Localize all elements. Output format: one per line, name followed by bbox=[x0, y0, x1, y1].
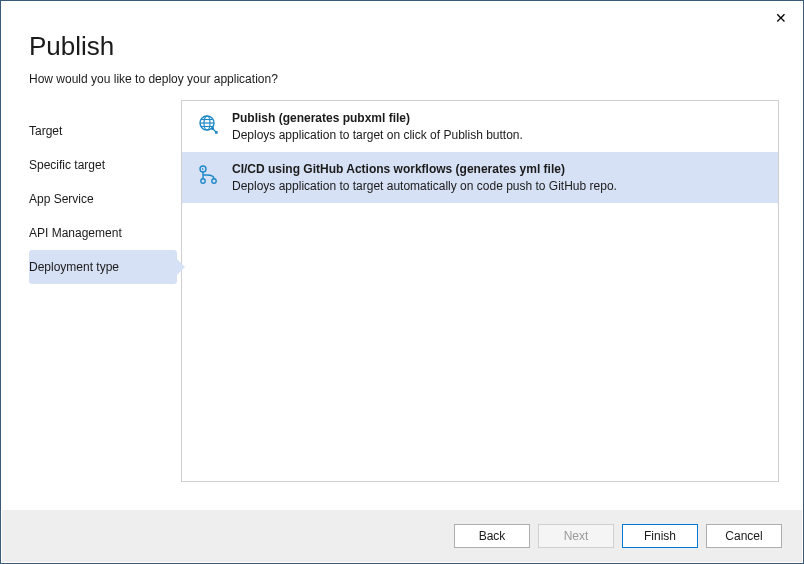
sidebar-item-target[interactable]: Target bbox=[29, 114, 177, 148]
svg-point-7 bbox=[201, 179, 205, 183]
option-text: CI/CD using GitHub Actions workflows (ge… bbox=[232, 162, 764, 193]
page-title: Publish bbox=[29, 31, 775, 62]
sidebar-item-deployment-type[interactable]: Deployment type bbox=[29, 250, 177, 284]
content: Target Specific target App Service API M… bbox=[1, 100, 803, 482]
options-panel: Publish (generates pubxml file) Deploys … bbox=[181, 100, 779, 482]
sidebar-item-label: API Management bbox=[29, 226, 122, 240]
page-subtitle: How would you like to deploy your applic… bbox=[29, 72, 775, 86]
footer: Back Next Finish Cancel bbox=[2, 510, 802, 562]
option-publish[interactable]: Publish (generates pubxml file) Deploys … bbox=[182, 101, 778, 152]
option-description: Deploys application to target on click o… bbox=[232, 128, 764, 142]
sidebar-item-app-service[interactable]: App Service bbox=[29, 182, 177, 216]
sidebar-item-label: Deployment type bbox=[29, 260, 119, 274]
sidebar-item-specific-target[interactable]: Specific target bbox=[29, 148, 177, 182]
sidebar-item-label: App Service bbox=[29, 192, 94, 206]
finish-button[interactable]: Finish bbox=[622, 524, 698, 548]
cancel-button[interactable]: Cancel bbox=[706, 524, 782, 548]
sidebar-item-label: Target bbox=[29, 124, 62, 138]
workflow-icon bbox=[196, 162, 220, 186]
sidebar-item-api-management[interactable]: API Management bbox=[29, 216, 177, 250]
header: Publish How would you like to deploy you… bbox=[1, 1, 803, 100]
globe-publish-icon bbox=[196, 111, 220, 135]
close-icon[interactable]: ✕ bbox=[775, 11, 787, 25]
option-title: CI/CD using GitHub Actions workflows (ge… bbox=[232, 162, 764, 176]
sidebar: Target Specific target App Service API M… bbox=[29, 100, 177, 482]
svg-marker-6 bbox=[202, 168, 204, 170]
next-button: Next bbox=[538, 524, 614, 548]
option-title: Publish (generates pubxml file) bbox=[232, 111, 764, 125]
sidebar-item-label: Specific target bbox=[29, 158, 105, 172]
svg-point-8 bbox=[212, 179, 216, 183]
option-text: Publish (generates pubxml file) Deploys … bbox=[232, 111, 764, 142]
option-description: Deploys application to target automatica… bbox=[232, 179, 764, 193]
back-button[interactable]: Back bbox=[454, 524, 530, 548]
option-cicd-github[interactable]: CI/CD using GitHub Actions workflows (ge… bbox=[182, 152, 778, 203]
